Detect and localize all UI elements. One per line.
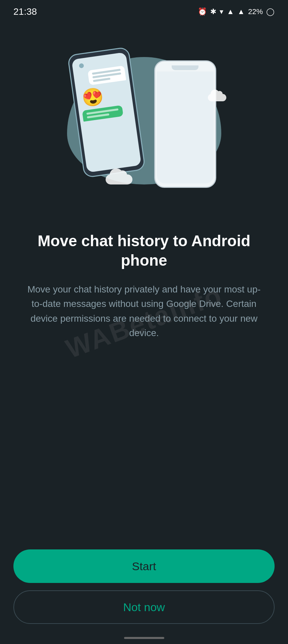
chat-bubble-left	[82, 105, 123, 121]
phone-right	[154, 60, 216, 188]
phone-circle	[79, 63, 84, 68]
phone-right-notch	[172, 65, 198, 70]
illustration-container: 😍	[52, 40, 236, 215]
status-bar: 21:38 ⏰ ✱ ▾ ▲ ▲ 22% ◯	[0, 0, 288, 23]
cloud-right	[208, 94, 226, 101]
start-button[interactable]: Start	[13, 549, 275, 583]
phone-right-screen	[157, 71, 214, 183]
emoji-face: 😍	[80, 87, 105, 107]
signal-icon-1: ▲	[227, 7, 234, 16]
page-title: Move chat history to Android phone	[17, 231, 271, 270]
chat-line-white	[86, 108, 118, 115]
cloud-large-icon	[106, 174, 132, 184]
bluetooth-icon: ✱	[210, 7, 216, 16]
page-description: Move your chat history privately and hav…	[17, 282, 271, 340]
status-icons: ⏰ ✱ ▾ ▲ ▲ 22% ◯	[198, 7, 275, 16]
chat-line-short	[93, 77, 110, 82]
button-area: Start Not now	[0, 549, 288, 624]
signal-icon-2: ▲	[237, 7, 245, 16]
alarm-icon: ⏰	[198, 7, 207, 16]
battery-percent: 22%	[248, 7, 263, 16]
main-content: 😍 Move chat history to Android phone Mov…	[0, 23, 288, 340]
wifi-icon: ▾	[220, 7, 223, 16]
chat-bubble-right	[88, 65, 126, 85]
phone-left-screen: 😍	[71, 52, 141, 172]
home-indicator	[124, 637, 164, 639]
cloud-bottom	[106, 174, 132, 184]
battery-icon: ◯	[266, 7, 275, 16]
not-now-button[interactable]: Not now	[13, 590, 275, 624]
status-time: 21:38	[13, 6, 37, 17]
cloud-small-icon	[208, 94, 226, 101]
